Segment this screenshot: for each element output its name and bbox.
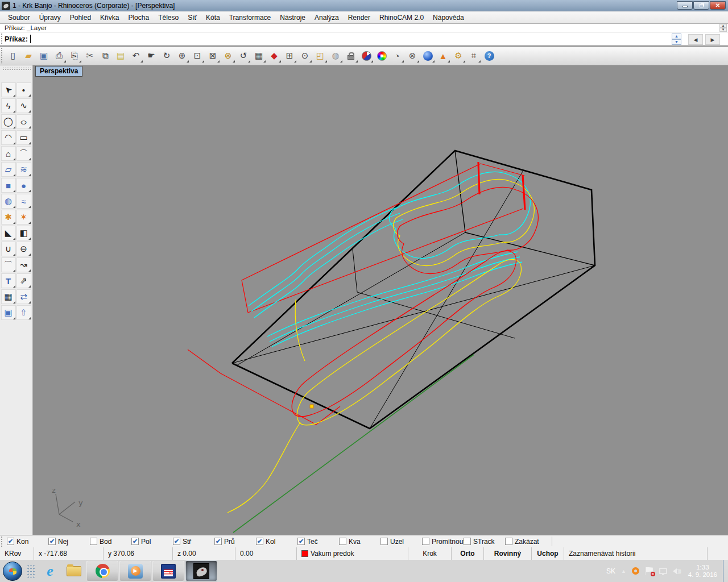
menu-pohled[interactable]: Pohled xyxy=(65,13,96,23)
polygon-tool[interactable]: ⌂ xyxy=(1,146,16,161)
minimize-button[interactable] xyxy=(677,1,693,10)
extend-curve-tool[interactable]: ⌒ xyxy=(1,257,16,272)
taskbar-chrome[interactable] xyxy=(86,560,118,581)
checkbox-icon[interactable]: ✔ xyxy=(256,538,263,545)
osnap-bod[interactable]: Bod xyxy=(90,538,131,546)
checkbox-icon[interactable] xyxy=(339,538,346,545)
circle-tool[interactable]: ◯ xyxy=(1,114,16,129)
menu-t-leso[interactable]: Těleso xyxy=(154,13,183,23)
osnap-uzel[interactable]: Uzel xyxy=(380,538,422,546)
loft-surface-tool[interactable]: ≋ xyxy=(16,162,31,177)
osnap-pr-[interactable]: ✔Prů xyxy=(214,538,256,546)
planar-toggle[interactable]: Rovinný xyxy=(484,547,532,560)
viewport-layout-icon[interactable]: ▦ xyxy=(251,48,266,63)
osnap-nej[interactable]: ✔Nej xyxy=(48,538,90,546)
move-tool[interactable]: ⇗ xyxy=(16,273,31,288)
pan-icon[interactable]: ☛ xyxy=(144,48,159,63)
menu--pravy[interactable]: Úpravy xyxy=(35,13,65,23)
dimension-tools-icon[interactable]: ⌗ xyxy=(466,48,481,63)
box-tool[interactable]: ■ xyxy=(1,178,16,193)
checkbox-icon[interactable]: ✔ xyxy=(214,538,222,545)
osnap-pol[interactable]: ✔Pol xyxy=(131,538,173,546)
taskbar-floppy-app[interactable]: 64 xyxy=(152,560,184,581)
perspective-viewport[interactable]: Perspektiva zyx xyxy=(33,65,728,535)
taskbar-rhinoceros[interactable] xyxy=(185,560,217,581)
sphere-tool[interactable]: ● xyxy=(16,178,31,193)
show-desktop-button[interactable] xyxy=(723,560,728,582)
ortho-toggle[interactable]: Orto xyxy=(452,547,484,560)
viewport-tab[interactable]: Perspektiva xyxy=(35,66,82,77)
shaded-mode-icon[interactable] xyxy=(359,48,374,63)
solid-tools-tool[interactable]: ▣ xyxy=(1,305,16,320)
rectangle-tool[interactable]: ▭ xyxy=(16,130,31,145)
zoom-extents-icon[interactable]: ⊠ xyxy=(205,48,220,63)
ghosted-mode-icon[interactable]: ◔ xyxy=(390,48,404,63)
cylinder-tool[interactable]: ◍ xyxy=(1,194,16,209)
menu-transformace[interactable]: Transformace xyxy=(225,13,276,23)
toolbar-grip[interactable] xyxy=(1,47,3,64)
restore-button[interactable] xyxy=(693,1,709,10)
extrude-tool[interactable]: ⇧ xyxy=(16,305,31,320)
osnap-toggle[interactable]: Uchop xyxy=(532,547,564,560)
start-button[interactable] xyxy=(3,562,22,581)
scroll-up-icon[interactable]: ▲ xyxy=(719,24,727,28)
boolean-tools-tool[interactable]: ✱ xyxy=(1,210,16,225)
print-icon[interactable]: ⎙ xyxy=(52,48,67,63)
wireframe-mode-icon[interactable]: ⊗ xyxy=(405,48,420,63)
checkbox-icon[interactable] xyxy=(422,538,429,545)
cplane-icon[interactable]: ⊞ xyxy=(282,48,297,63)
select-tool[interactable]: ➤ xyxy=(1,82,16,97)
explode-tool[interactable]: ✶ xyxy=(16,210,31,225)
viewport-canvas[interactable]: zyx xyxy=(33,65,728,535)
menu-render[interactable]: Render xyxy=(344,13,375,23)
trim-tool[interactable]: ◣ xyxy=(1,226,16,240)
ellipse-tool[interactable]: ○ xyxy=(16,114,31,129)
named-views-icon[interactable]: ◆ xyxy=(267,48,282,63)
blend-curve-tool[interactable]: ↝ xyxy=(16,257,31,272)
spin-down-icon[interactable]: ▼ xyxy=(672,39,681,45)
cut-icon[interactable]: ✂ xyxy=(82,48,97,63)
menu-soubor[interactable]: Soubor xyxy=(3,13,35,23)
arc-tool[interactable]: ◠ xyxy=(1,130,16,145)
checkbox-icon[interactable]: ✔ xyxy=(297,538,305,545)
point-tool[interactable]: • xyxy=(16,82,31,97)
menu-n-stroje[interactable]: Nástroje xyxy=(275,13,310,23)
help-icon[interactable]: ? xyxy=(482,48,497,63)
polyline-tool[interactable]: ϟ xyxy=(1,98,16,113)
checkbox-icon[interactable] xyxy=(464,538,471,545)
active-layer[interactable]: Vakum predok xyxy=(297,547,408,560)
zoom-in-icon[interactable]: ⊕ xyxy=(175,48,189,63)
taskbar-clock[interactable]: 1:334. 9. 2016 xyxy=(688,564,717,579)
hidden-icons-button[interactable]: ▲ xyxy=(621,568,626,574)
boolean-difference-tool[interactable]: ⊖ xyxy=(16,242,31,256)
layer-tools-icon[interactable]: ◰ xyxy=(313,48,328,63)
menu-s-[interactable]: Síť xyxy=(183,13,201,23)
osnap-kon[interactable]: ✔Kon xyxy=(7,538,48,546)
menu-rhinocam-2-0[interactable]: RhinoCAM 2.0 xyxy=(375,13,428,23)
split-tool[interactable]: ◧ xyxy=(16,226,31,240)
osnap-strack[interactable]: STrack xyxy=(464,538,505,546)
paste-icon[interactable]: ▤ xyxy=(113,48,128,63)
rotate-view-icon[interactable]: ↻ xyxy=(159,48,174,63)
orient-tool[interactable]: ⇄ xyxy=(16,289,31,304)
history-forward-button[interactable]: ▶ xyxy=(705,34,720,45)
osnap-te-[interactable]: ✔Teč xyxy=(297,538,339,546)
menu-plocha[interactable]: Plocha xyxy=(123,13,154,23)
taskbar-internet-explorer[interactable]: e xyxy=(38,560,62,582)
language-indicator[interactable]: SK xyxy=(606,567,615,575)
osnap-grip[interactable] xyxy=(1,536,3,547)
osnap-prom-tnout[interactable]: Promítnout xyxy=(422,538,464,546)
checkbox-icon[interactable]: ✔ xyxy=(48,538,56,545)
osnap-zak-zat[interactable]: Zakázat xyxy=(505,538,547,546)
text-tool[interactable]: T xyxy=(1,273,16,288)
osnap-kva[interactable]: Kva xyxy=(339,538,380,546)
lightbulb-icon[interactable]: ◍ xyxy=(328,48,343,63)
array-tool[interactable]: ▦ xyxy=(1,289,16,304)
checkbox-icon[interactable] xyxy=(505,538,512,545)
menu-n-pov-da[interactable]: Nápověda xyxy=(428,13,469,23)
zoom-selected-icon[interactable]: ⊛ xyxy=(221,48,235,63)
history-back-button[interactable]: ◀ xyxy=(688,34,703,45)
checkbox-icon[interactable]: ✔ xyxy=(173,538,180,545)
curve-tool[interactable]: ∿ xyxy=(16,98,31,113)
record-history-toggle[interactable]: Zaznamenávat historii xyxy=(564,547,708,560)
